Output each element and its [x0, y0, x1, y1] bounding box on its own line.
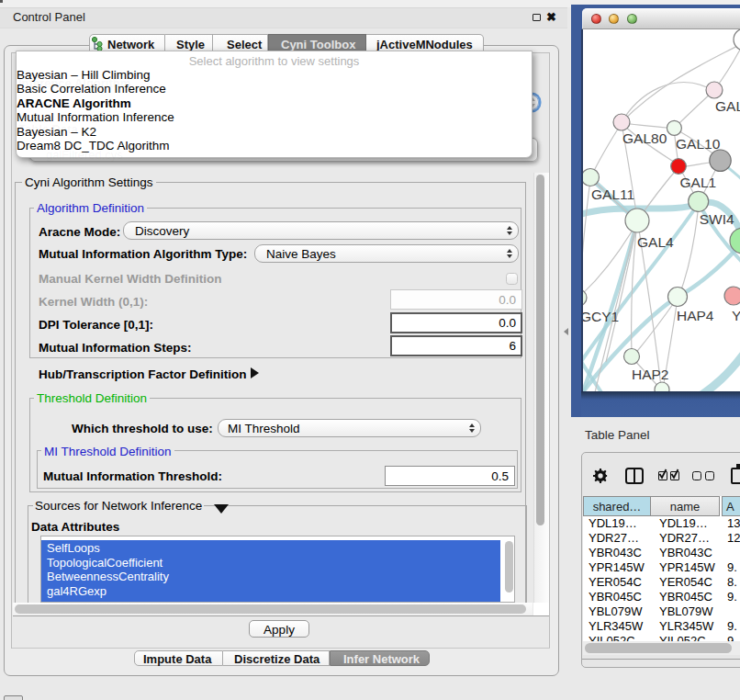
svg-text:SWI4: SWI4: [700, 211, 734, 227]
svg-text:GCY1: GCY1: [583, 309, 619, 324]
svg-text:GAL1: GAL1: [680, 175, 717, 190]
svg-text:GAL80: GAL80: [622, 130, 667, 146]
svg-text:GAL10: GAL10: [676, 136, 721, 152]
svg-text:GAL4: GAL4: [637, 234, 674, 250]
svg-text:HAP4: HAP4: [677, 308, 714, 323]
svg-text:YJ: YJ: [732, 308, 740, 323]
svg-text:HAP2: HAP2: [632, 367, 669, 382]
svg-text:GAL11: GAL11: [591, 186, 634, 202]
svg-text:GAL7: GAL7: [715, 98, 740, 114]
